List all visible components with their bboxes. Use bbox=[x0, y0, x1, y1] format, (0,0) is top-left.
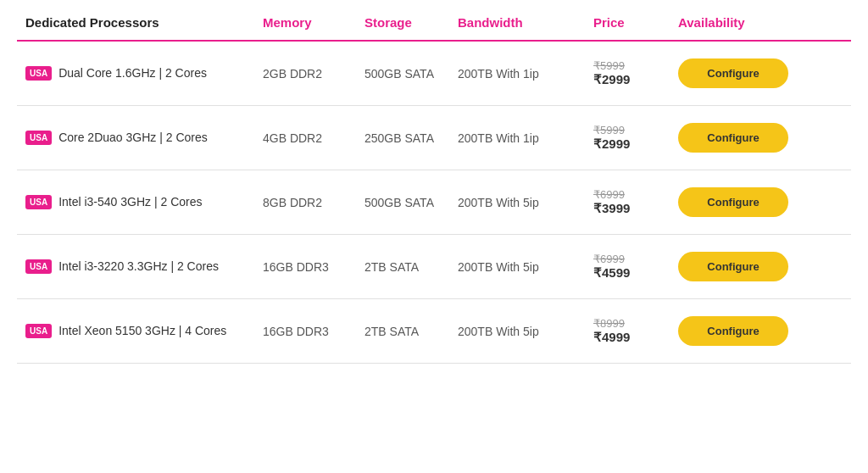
processor-name: Intel Xeon 5150 3GHz | 4 Cores bbox=[58, 323, 226, 340]
header-memory: Memory bbox=[263, 15, 364, 30]
configure-button[interactable]: Configure bbox=[678, 58, 788, 88]
price-cell: ₹5999 ₹2999 bbox=[593, 124, 678, 152]
storage-cell: 2TB SATA bbox=[364, 325, 458, 338]
price-current: ₹2999 bbox=[593, 136, 678, 152]
processor-cell: USA Dual Core 1.6GHz | 2 Cores bbox=[25, 65, 263, 82]
dedicated-processors-table: Dedicated Processors Memory Storage Band… bbox=[0, 0, 868, 364]
processor-cell: USA Intel i3-3220 3.3GHz | 2 Cores bbox=[25, 259, 263, 275]
price-original: ₹6999 bbox=[593, 188, 678, 201]
storage-cell: 250GB SATA bbox=[364, 131, 458, 145]
header-processors: Dedicated Processors bbox=[25, 15, 263, 30]
availability-cell: Configure bbox=[678, 316, 814, 346]
header-price: Price bbox=[593, 15, 678, 30]
table-row: USA Core 2Duao 3GHz | 2 Cores 4GB DDR2 2… bbox=[17, 106, 851, 170]
memory-cell: 4GB DDR2 bbox=[263, 131, 364, 145]
price-cell: ₹6999 ₹4599 bbox=[593, 253, 678, 281]
price-original: ₹8999 bbox=[593, 317, 678, 330]
memory-cell: 8GB DDR2 bbox=[263, 196, 364, 209]
bandwidth-cell: 200TB With 1ip bbox=[458, 131, 593, 145]
storage-cell: 500GB SATA bbox=[364, 67, 458, 81]
bandwidth-cell: 200TB With 5ip bbox=[458, 260, 593, 274]
storage-cell: 2TB SATA bbox=[364, 260, 458, 274]
price-original: ₹5999 bbox=[593, 124, 678, 136]
processor-cell: USA Intel i3-540 3GHz | 2 Cores bbox=[25, 194, 263, 211]
availability-cell: Configure bbox=[678, 187, 814, 217]
price-current: ₹3999 bbox=[593, 201, 678, 216]
processor-name: Core 2Duao 3GHz | 2 Cores bbox=[58, 130, 208, 147]
header-storage: Storage bbox=[364, 15, 458, 30]
table-row: USA Intel i3-540 3GHz | 2 Cores 8GB DDR2… bbox=[17, 170, 851, 235]
table-row: USA Dual Core 1.6GHz | 2 Cores 2GB DDR2 … bbox=[17, 42, 851, 106]
usa-badge: USA bbox=[25, 324, 52, 338]
usa-badge: USA bbox=[25, 66, 52, 81]
price-current: ₹4599 bbox=[593, 265, 678, 281]
table-rows: USA Dual Core 1.6GHz | 2 Cores 2GB DDR2 … bbox=[17, 42, 851, 364]
processor-name: Intel i3-3220 3.3GHz | 2 Cores bbox=[58, 259, 219, 275]
price-current: ₹2999 bbox=[593, 72, 678, 87]
price-cell: ₹5999 ₹2999 bbox=[593, 59, 678, 87]
table-row: USA Intel Xeon 5150 3GHz | 4 Cores 16GB … bbox=[17, 299, 851, 364]
memory-cell: 16GB DDR3 bbox=[263, 325, 364, 338]
availability-cell: Configure bbox=[678, 123, 814, 153]
processor-name: Dual Core 1.6GHz | 2 Cores bbox=[58, 65, 207, 82]
price-cell: ₹6999 ₹3999 bbox=[593, 188, 678, 216]
bandwidth-cell: 200TB With 1ip bbox=[458, 67, 593, 81]
processor-name: Intel i3-540 3GHz | 2 Cores bbox=[58, 194, 202, 211]
price-cell: ₹8999 ₹4999 bbox=[593, 317, 678, 345]
processor-cell: USA Core 2Duao 3GHz | 2 Cores bbox=[25, 130, 263, 147]
usa-badge: USA bbox=[25, 259, 52, 274]
storage-cell: 500GB SATA bbox=[364, 196, 458, 209]
bandwidth-cell: 200TB With 5ip bbox=[458, 196, 593, 209]
availability-cell: Configure bbox=[678, 58, 814, 88]
configure-button[interactable]: Configure bbox=[678, 316, 788, 346]
memory-cell: 2GB DDR2 bbox=[263, 67, 364, 81]
header-bandwidth: Bandwidth bbox=[458, 15, 593, 30]
price-original: ₹6999 bbox=[593, 253, 678, 265]
memory-cell: 16GB DDR3 bbox=[263, 260, 364, 274]
bandwidth-cell: 200TB With 5ip bbox=[458, 325, 593, 338]
configure-button[interactable]: Configure bbox=[678, 252, 788, 281]
header-availability: Availability bbox=[678, 15, 814, 30]
price-original: ₹5999 bbox=[593, 59, 678, 72]
configure-button[interactable]: Configure bbox=[678, 123, 788, 153]
configure-button[interactable]: Configure bbox=[678, 187, 788, 217]
availability-cell: Configure bbox=[678, 252, 814, 281]
usa-badge: USA bbox=[25, 195, 52, 209]
table-header: Dedicated Processors Memory Storage Band… bbox=[17, 0, 851, 42]
table-row: USA Intel i3-3220 3.3GHz | 2 Cores 16GB … bbox=[17, 235, 851, 299]
usa-badge: USA bbox=[25, 131, 52, 145]
price-current: ₹4999 bbox=[593, 330, 678, 345]
processor-cell: USA Intel Xeon 5150 3GHz | 4 Cores bbox=[25, 323, 263, 340]
